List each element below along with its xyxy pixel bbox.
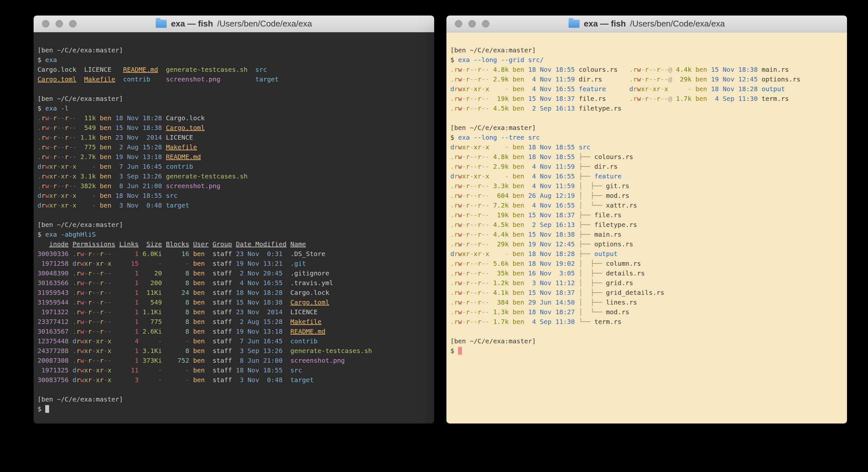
permission-char: - — [49, 182, 53, 190]
minimize-button[interactable] — [468, 20, 476, 28]
text-segment: filetype.rs — [575, 105, 622, 112]
minimize-button[interactable] — [56, 20, 63, 28]
permission-char: r — [76, 279, 80, 287]
text-segment: │ └── — [575, 201, 606, 209]
permission-char: r — [100, 337, 104, 345]
text-segment: 19 Nov 12:45 — [707, 75, 758, 83]
permission-char: - — [462, 221, 466, 229]
permission-char: x — [84, 337, 88, 345]
text-segment — [162, 182, 166, 190]
permission-char: . — [72, 279, 76, 287]
text-segment: ben — [509, 279, 524, 287]
permission-char: - — [470, 308, 473, 316]
permission-char: r — [76, 308, 80, 316]
text-segment: exa — [45, 56, 57, 64]
text-segment — [162, 201, 166, 209]
permission-char: x — [49, 192, 53, 200]
text-segment: 1.1Ki — [138, 308, 162, 316]
text-segment: 3 — [112, 376, 138, 384]
titlebar[interactable]: exa — fish /Users/ben/Code/exa/exa — [34, 16, 434, 32]
terminal-line: .rw-r--r-- 549 ben 15 Nov 18:38 Cargo.to… — [37, 123, 432, 132]
permission-char: x — [664, 85, 668, 93]
permission-char: - — [470, 105, 473, 112]
text-segment: ben — [509, 75, 524, 83]
terminal-line: $ exa -abghHliS — [37, 230, 432, 239]
text-segment: 7 Jun 16:45 — [232, 337, 283, 345]
permission-char: - — [481, 260, 485, 267]
text-segment: 4 Nov 16:55 — [232, 279, 283, 287]
text-segment: 23 Nov 0:31 — [232, 250, 283, 258]
permission-char: r — [100, 250, 104, 258]
permission-char: r — [100, 327, 104, 335]
permission-char: - — [470, 192, 473, 200]
text-segment: 1.2k — [489, 279, 508, 287]
permission-char: - — [104, 298, 107, 306]
permission-char: w — [458, 95, 462, 102]
text-segment — [247, 66, 255, 73]
text-segment: README.md — [166, 153, 200, 161]
permission-char: - — [481, 66, 485, 73]
zoom-button[interactable] — [69, 20, 76, 28]
terminal-content[interactable]: [ben ~/C/e/exa:master]$ exaCargo.lock LI… — [34, 32, 434, 423]
permission-char: - — [462, 318, 466, 326]
terminal-cursor — [45, 405, 49, 413]
text-segment: 19 Nov 13:18 — [232, 327, 283, 335]
permission-char: r — [41, 163, 45, 170]
permission-char: d — [37, 201, 41, 209]
permission-char: - — [96, 327, 100, 335]
terminal-line: 1971258 drwxr-xr-x 15 - - ben staff 19 N… — [37, 259, 432, 268]
text-segment — [189, 240, 193, 248]
permission-char: r — [454, 308, 458, 316]
permission-char: r — [477, 172, 481, 180]
permission-char: r — [65, 114, 68, 122]
text-segment: 382k — [76, 182, 96, 190]
permission-char: - — [485, 192, 489, 200]
permission-char: w — [80, 279, 84, 287]
text-segment: options.rs — [594, 240, 633, 248]
terminal-content[interactable]: [ben ~/C/e/exa:master]$ exa --long --gri… — [446, 32, 847, 423]
close-button[interactable] — [455, 20, 462, 28]
terminal-line: .rw-r--r-- 382k ben 8 Jun 21:00 screensh… — [37, 181, 432, 191]
text-segment: staff — [205, 337, 232, 345]
terminal-line: 24377288 .rwxr-xr-x 1 3.1Ki 8 ben staff … — [37, 346, 432, 356]
text-segment: 15 — [112, 260, 138, 267]
permission-char: x — [485, 172, 489, 180]
text-segment: target — [166, 201, 189, 209]
permission-char: w — [45, 143, 49, 151]
permission-char: - — [473, 269, 477, 277]
permission-char: - — [473, 105, 477, 112]
permission-char: - — [485, 66, 489, 73]
text-segment: 2 Sep 16:13 — [524, 105, 575, 112]
permission-char: r — [466, 318, 470, 326]
permission-char: r — [466, 211, 470, 219]
text-segment: feature — [579, 85, 606, 93]
zoom-button[interactable] — [482, 20, 489, 28]
text-segment: ben — [96, 134, 112, 141]
close-button[interactable] — [42, 20, 50, 28]
text-segment: grid_details.rs — [606, 289, 664, 296]
titlebar[interactable]: exa — fish /Users/ben/Code/exa/exa — [446, 16, 847, 32]
permission-char: - — [92, 318, 96, 326]
permission-char: - — [92, 269, 96, 277]
text-segment — [283, 298, 290, 306]
permission-char: . — [450, 75, 454, 83]
permission-char: r — [466, 143, 470, 151]
terminal-line: [ben ~/C/e/exa:master] — [37, 394, 432, 404]
permission-char: - — [84, 269, 88, 277]
terminal-window-dark: exa — fish /Users/ben/Code/exa/exa [ben … — [34, 16, 434, 423]
text-segment: - — [489, 85, 508, 93]
window-title-path: /Users/ben/Code/exa/exa — [630, 19, 724, 29]
text-segment: ben — [692, 66, 707, 73]
permission-char: r — [100, 366, 104, 374]
text-segment: screenshot.png — [290, 357, 345, 364]
text-segment — [68, 318, 72, 326]
permission-char: - — [84, 250, 88, 258]
permission-char: - — [96, 269, 100, 277]
permission-char: x — [96, 347, 100, 355]
text-segment — [68, 366, 72, 374]
text-segment: Cargo.toml — [290, 298, 329, 306]
text-segment: staff — [205, 347, 232, 355]
permission-char: - — [104, 366, 107, 374]
permission-char: r — [454, 231, 458, 238]
text-segment: 6.0Ki — [138, 250, 162, 258]
